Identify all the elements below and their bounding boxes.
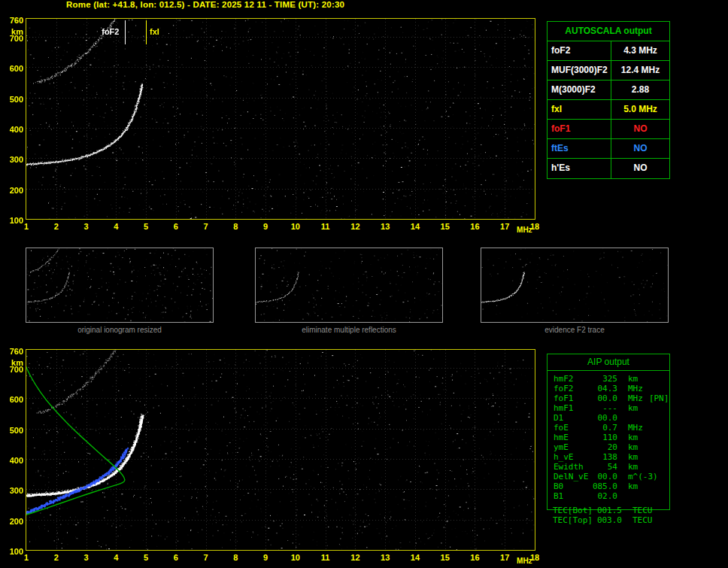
autoscala-row-fxI: fxI 5.0 MHz: [548, 100, 669, 120]
x-axis-tick: 16: [467, 222, 482, 231]
aip-value: 325: [590, 374, 617, 384]
y-axis-tick: 200: [2, 186, 23, 195]
autoscala-row-value: NO: [611, 139, 669, 158]
autoscala-row-value: 5.0 MHz: [611, 100, 669, 119]
aip-rows: hmF2325kmfoF204.3MHzfoF100.0MHz[PN]hmF1-…: [548, 371, 669, 501]
aip-value: ---: [590, 403, 617, 413]
x-axis-tick: 4: [108, 553, 123, 562]
x-axis-tick: 14: [408, 222, 423, 231]
x-axis-unit-label: MHz: [517, 557, 532, 565]
x-axis-tick: 2: [49, 222, 64, 231]
x-axis-tick: 6: [168, 222, 184, 231]
x-axis-tick: 9: [258, 222, 273, 231]
thumbnail-caption-eliminate: eliminate multiple reflections: [255, 326, 443, 334]
x-axis-tick: 11: [318, 553, 333, 562]
aip-unit: km: [628, 403, 638, 413]
aip-note: [PN]: [649, 393, 669, 403]
aip-row: DelN_vE00.0m^(-3): [548, 472, 669, 481]
x-axis-tick: 12: [347, 553, 362, 562]
y-axis-tick: 500: [2, 95, 23, 104]
aip-value: 20: [590, 442, 617, 452]
autoscala-header: AUTOSCALA output: [548, 22, 669, 41]
y-axis-tick: 500: [2, 426, 23, 435]
aip-value: 085.0: [590, 481, 617, 491]
x-axis-tick: 3: [79, 553, 94, 562]
aip-unit: km: [628, 462, 638, 472]
aip-value: 02.0: [590, 491, 617, 501]
aip-label: hmF1: [554, 403, 590, 413]
autoscala-row-label: h'Es: [548, 159, 611, 178]
thumbnail-original-ionogram: [26, 248, 214, 323]
aip-row: hmE110km: [548, 433, 669, 442]
aip-unit: km: [628, 433, 638, 442]
aip-unit: MHz: [628, 393, 643, 403]
aip-unit: MHz: [628, 384, 643, 393]
y-axis-unit-label: km: [2, 358, 23, 367]
x-axis-tick: 16: [467, 553, 482, 562]
autoscala-row-label: MUF(3000)F2: [548, 61, 611, 80]
aip-unit: km: [628, 481, 638, 491]
autoscala-row-foF2: foF2 4.3 MHz: [548, 41, 669, 61]
y-axis-tick: 300: [2, 486, 23, 495]
y-axis-tick: 760: [2, 347, 23, 356]
thumbnail-canvas-original: [26, 248, 213, 322]
x-axis-tick: 13: [378, 553, 393, 562]
autoscala-row-ftEs: ftEs NO: [548, 139, 669, 159]
y-axis-tick: 300: [2, 155, 23, 164]
aip-row: foE0.7MHz: [548, 423, 669, 433]
aip-label: foF2: [554, 384, 590, 393]
autoscala-row-value: NO: [611, 159, 669, 178]
x-axis-tick: 4: [108, 222, 123, 231]
aip-row: TEC[Bot]001.5TECU: [547, 506, 670, 515]
y-axis-tick: 600: [2, 64, 23, 73]
aip-label: TEC[Bot]: [553, 506, 595, 515]
x-axis-tick: 6: [168, 553, 184, 562]
aip-row: hmF1---km: [548, 403, 669, 413]
aip-value: 001.5: [595, 506, 622, 515]
autoscala-row-m3000: M(3000)F2 2.88: [548, 80, 669, 100]
x-axis-tick: 10: [288, 553, 303, 562]
autoscala-row-label: foF2: [548, 41, 611, 60]
x-axis-tick: 10: [288, 222, 303, 231]
thumbnail-eliminate-reflections: [255, 248, 443, 323]
aip-value: 00.0: [590, 393, 617, 403]
x-axis-tick: 1: [19, 222, 34, 231]
aip-unit: km: [628, 374, 638, 384]
aip-label: D1: [554, 413, 590, 423]
x-axis-tick: 15: [438, 222, 453, 231]
aip-value: 003.0: [595, 515, 622, 525]
aip-label: B1: [554, 491, 590, 501]
thumbnail-caption-evidence: evidence F2 trace: [481, 326, 669, 334]
aip-label: Ewidth: [554, 462, 590, 472]
aip-row: Ewidth54km: [548, 462, 669, 472]
aip-value: 04.3: [590, 384, 617, 393]
thumbnail-canvas-evidence: [481, 248, 668, 322]
aip-label: DelN_vE: [554, 472, 590, 481]
aip-unit: MHz: [628, 423, 643, 433]
autoscala-row-value: 2.88: [611, 80, 669, 99]
x-axis-tick: 8: [228, 553, 243, 562]
aip-label: hmE: [554, 433, 590, 442]
x-axis-tick: 7: [199, 553, 214, 562]
ionogram-plot-bottom: [26, 349, 535, 551]
autoscala-row-label: M(3000)F2: [548, 80, 611, 99]
x-axis-tick: 17: [497, 222, 512, 231]
x-axis-tick: 8: [228, 222, 243, 231]
x-axis-tick: 14: [408, 553, 423, 562]
autoscala-row-hEs: h'Es NO: [548, 159, 669, 178]
aip-table: AIP output hmF2325kmfoF204.3MHzfoF100.0M…: [547, 354, 670, 510]
x-axis-tick: 7: [199, 222, 214, 231]
x-axis-tick: 9: [258, 553, 273, 562]
y-axis-tick: 760: [2, 16, 23, 25]
aip-label: foF1: [554, 393, 590, 403]
aip-label: foE: [554, 423, 590, 433]
aip-row: B0085.0km: [548, 481, 669, 491]
autoscala-row-value: 4.3 MHz: [611, 41, 669, 60]
autoscala-row-label: fxI: [548, 100, 611, 119]
x-axis-unit-label: MHz: [517, 226, 532, 234]
y-axis-tick: 600: [2, 395, 23, 404]
aip-unit: TECU: [632, 515, 653, 525]
aip-tec-rows: TEC[Bot]001.5TECUTEC[Top]003.0TECU: [547, 506, 670, 525]
aip-header: AIP output: [548, 354, 669, 371]
x-axis-tick: 17: [497, 553, 512, 562]
